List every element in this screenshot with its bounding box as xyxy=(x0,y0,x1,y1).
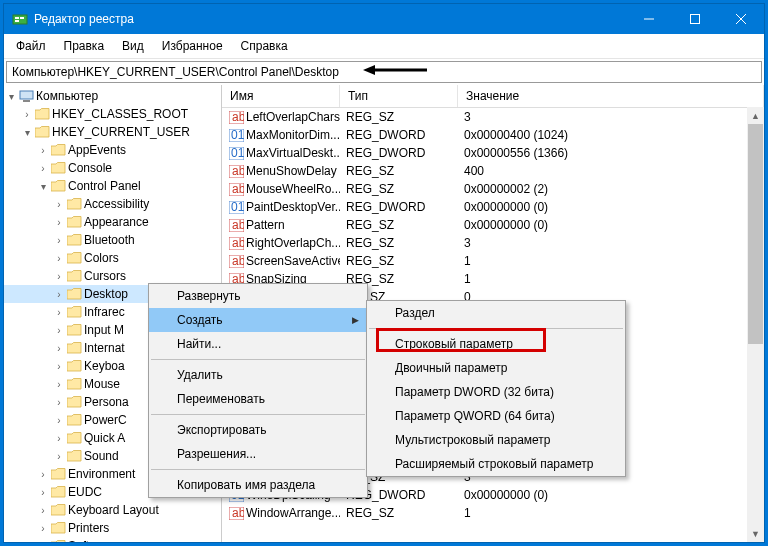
scroll-up-icon[interactable]: ▲ xyxy=(747,107,764,124)
tree-label: HKEY_CLASSES_ROOT xyxy=(52,107,188,121)
tree-label: Environment xyxy=(68,467,135,481)
ctx-copy-key-name[interactable]: Копировать имя раздела xyxy=(149,473,367,497)
twisty-icon[interactable]: ▾ xyxy=(36,181,50,192)
twisty-icon[interactable]: › xyxy=(52,343,66,354)
twisty-icon[interactable]: › xyxy=(52,217,66,228)
col-type[interactable]: Тип xyxy=(340,85,458,107)
twisty-icon[interactable]: › xyxy=(52,253,66,264)
twisty-icon[interactable]: › xyxy=(52,397,66,408)
tree-node[interactable]: ›Bluetooth xyxy=(4,231,221,249)
svg-rect-11 xyxy=(23,100,30,102)
ctx-export[interactable]: Экспортировать xyxy=(149,418,367,442)
ctx-find[interactable]: Найти... xyxy=(149,332,367,356)
address-bar[interactable]: Компьютер\HKEY_CURRENT_USER\Control Pane… xyxy=(6,61,762,83)
maximize-button[interactable] xyxy=(672,4,718,34)
twisty-icon[interactable]: › xyxy=(52,451,66,462)
twisty-icon[interactable]: › xyxy=(36,163,50,174)
close-button[interactable] xyxy=(718,4,764,34)
value-row[interactable]: abLeftOverlapCharsREG_SZ3 xyxy=(222,108,764,126)
tree-node[interactable]: ›AppEvents xyxy=(4,141,221,159)
value-row[interactable]: abWindowArrange...REG_SZ1 xyxy=(222,504,764,522)
value-row[interactable]: abRightOverlapCh...REG_SZ3 xyxy=(222,234,764,252)
value-name: PaintDesktopVer... xyxy=(246,200,340,214)
value-name: RightOverlapCh... xyxy=(246,236,340,250)
value-name: WindowArrange... xyxy=(246,506,340,520)
titlebar: Редактор реестра xyxy=(4,4,764,34)
svg-rect-5 xyxy=(691,15,700,24)
tree-node[interactable]: ▾Control Panel xyxy=(4,177,221,195)
tree-node[interactable]: ›Console xyxy=(4,159,221,177)
twisty-icon[interactable]: › xyxy=(52,271,66,282)
ctx-permissions[interactable]: Разрешения... xyxy=(149,442,367,466)
tree-node[interactable]: ›Accessibility xyxy=(4,195,221,213)
menu-file[interactable]: Файл xyxy=(8,36,54,56)
minimize-button[interactable] xyxy=(626,4,672,34)
ctx-delete[interactable]: Удалить xyxy=(149,363,367,387)
tree-label: Keyboa xyxy=(84,359,125,373)
tree-node[interactable]: ›Printers xyxy=(4,519,221,537)
value-row[interactable]: abMouseWheelRo...REG_SZ0x00000002 (2) xyxy=(222,180,764,198)
ctx2-string[interactable]: Строковый параметр xyxy=(367,332,625,356)
ctx2-qword[interactable]: Параметр QWORD (64 бита) xyxy=(367,404,625,428)
tree-node[interactable]: ›Keyboard Layout xyxy=(4,501,221,519)
value-data: 1 xyxy=(458,254,764,268)
scroll-down-icon[interactable]: ▼ xyxy=(747,525,764,542)
menu-help[interactable]: Справка xyxy=(233,36,296,56)
tree-node[interactable]: ▾HKEY_CURRENT_USER xyxy=(4,123,221,141)
value-data: 0x00000000 (0) xyxy=(458,200,764,214)
twisty-icon[interactable]: › xyxy=(52,307,66,318)
twisty-icon[interactable]: › xyxy=(36,145,50,156)
twisty-icon[interactable]: › xyxy=(52,379,66,390)
menu-favorites[interactable]: Избранное xyxy=(154,36,231,56)
ctx-rename[interactable]: Переименовать xyxy=(149,387,367,411)
twisty-icon[interactable]: › xyxy=(20,109,34,120)
vertical-scrollbar[interactable]: ▲ ▼ xyxy=(747,107,764,542)
twisty-icon[interactable]: › xyxy=(36,487,50,498)
tree-node[interactable]: ›Appearance xyxy=(4,213,221,231)
twisty-icon[interactable]: › xyxy=(52,235,66,246)
twisty-icon[interactable]: › xyxy=(36,541,50,543)
twisty-icon[interactable]: ▾ xyxy=(4,91,18,102)
svg-text:ab: ab xyxy=(232,165,244,178)
ctx2-expandstring[interactable]: Расширяемый строковый параметр xyxy=(367,452,625,476)
ctx2-key[interactable]: Раздел xyxy=(367,301,625,325)
twisty-icon[interactable]: › xyxy=(52,289,66,300)
twisty-icon[interactable]: ▾ xyxy=(20,127,34,138)
tree-node[interactable]: ›Colors xyxy=(4,249,221,267)
menu-view[interactable]: Вид xyxy=(114,36,152,56)
value-data: 0x00000000 (0) xyxy=(458,488,764,502)
ctx-expand[interactable]: Развернуть xyxy=(149,284,367,308)
value-row[interactable]: 011PaintDesktopVer...REG_DWORD0x00000000… xyxy=(222,198,764,216)
ctx-create[interactable]: Создать▶ xyxy=(149,308,367,332)
svg-text:ab: ab xyxy=(232,255,244,268)
twisty-icon[interactable]: › xyxy=(36,523,50,534)
value-row[interactable]: abMenuShowDelayREG_SZ400 xyxy=(222,162,764,180)
tree-label: HKEY_CURRENT_USER xyxy=(52,125,190,139)
value-row[interactable]: 011MaxVirtualDeskt...REG_DWORD0x00000556… xyxy=(222,144,764,162)
twisty-icon[interactable]: › xyxy=(52,433,66,444)
twisty-icon[interactable]: › xyxy=(52,415,66,426)
tree-node[interactable]: ▾Компьютер xyxy=(4,87,221,105)
twisty-icon[interactable]: › xyxy=(52,199,66,210)
value-row[interactable]: abPatternREG_SZ0x00000000 (0) xyxy=(222,216,764,234)
twisty-icon[interactable]: › xyxy=(36,469,50,480)
folder-icon xyxy=(50,143,66,157)
tree-node[interactable]: ›Software xyxy=(4,537,221,542)
scroll-thumb[interactable] xyxy=(748,124,763,344)
ctx2-binary[interactable]: Двоичный параметр xyxy=(367,356,625,380)
twisty-icon[interactable]: › xyxy=(52,361,66,372)
ctx2-multistring[interactable]: Мультистроковый параметр xyxy=(367,428,625,452)
tree-label: Colors xyxy=(84,251,119,265)
tree-label: AppEvents xyxy=(68,143,126,157)
twisty-icon[interactable]: › xyxy=(36,505,50,516)
twisty-icon[interactable]: › xyxy=(52,325,66,336)
value-row[interactable]: 011MaxMonitorDim...REG_DWORD0x00000400 (… xyxy=(222,126,764,144)
value-row[interactable]: abScreenSaveActiveREG_SZ1 xyxy=(222,252,764,270)
folder-icon xyxy=(34,107,50,121)
col-name[interactable]: Имя xyxy=(222,85,340,107)
col-value[interactable]: Значение xyxy=(458,85,764,107)
menu-edit[interactable]: Правка xyxy=(56,36,113,56)
tree-node[interactable]: ›HKEY_CLASSES_ROOT xyxy=(4,105,221,123)
folder-icon xyxy=(66,269,82,283)
ctx2-dword[interactable]: Параметр DWORD (32 бита) xyxy=(367,380,625,404)
